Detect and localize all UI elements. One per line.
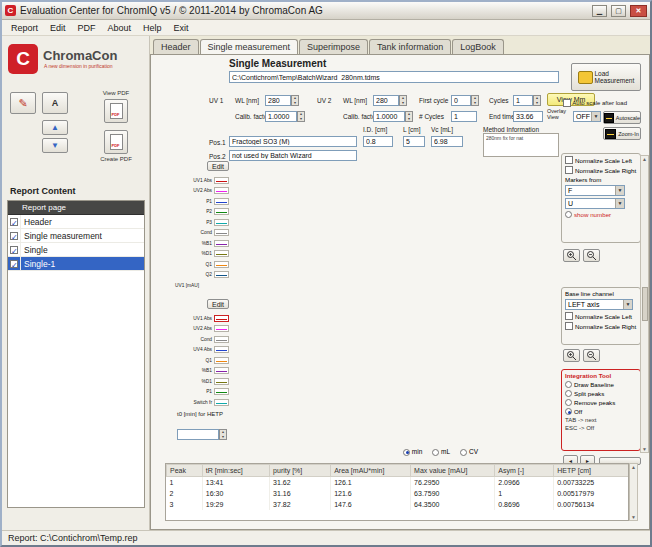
calib2-spinner[interactable]: ▴▾ [405,111,413,122]
tree-item-single-measurement[interactable]: Single measurement [8,229,144,243]
integration-option-remove-peaks[interactable]: Remove peaks [565,399,637,406]
legend-item-p1[interactable]: P1 [175,196,229,207]
scroll-thumb[interactable] [642,287,648,321]
file-path-input[interactable] [229,71,559,83]
baseline-channel-dropdown[interactable]: LEFT axis▼ [565,299,633,310]
text-style-button[interactable]: A [42,92,68,114]
menu-report[interactable]: Report [6,22,43,34]
legend-item-p2[interactable]: P2 [175,207,229,218]
legend-item-uv4-abs[interactable]: UV4 Abs [175,345,229,356]
table-scrollbar[interactable]: ▲▼ [629,463,638,521]
marker-source-dropdown-1[interactable]: F▼ [565,185,625,196]
table-row[interactable]: 216:3031.16121.663.759010.00517979 [167,488,630,499]
menu-pdf[interactable]: PDF [73,22,101,34]
legend-item-cond[interactable]: Cond [175,334,229,345]
tree-item-single-1[interactable]: Single-1 [8,257,144,271]
end-time-input[interactable] [513,111,543,122]
maximize-button[interactable]: ▢ [611,5,626,17]
marker-source-dropdown-2[interactable]: U▼ [565,198,625,209]
unit-radio-cv[interactable]: CV [460,448,478,456]
autoscale-after-load-checkbox[interactable]: Auto scale after load [563,99,627,107]
integration-option-split-peaks[interactable]: Split peaks [565,390,637,397]
t0-input[interactable] [177,429,219,440]
move-up-button[interactable]: ▲ [42,120,68,135]
tree-item-header[interactable]: Header [8,215,144,229]
normalize-right-checkbox[interactable]: Normalize Scale Right [565,166,637,174]
vc-input[interactable] [431,136,463,147]
show-number-radio[interactable]: show number [565,211,637,218]
overlay-view-dropdown[interactable]: OFF▼ [573,111,601,122]
minimize-button[interactable]: ▁ [592,5,607,17]
view-pdf-button[interactable]: PDF [104,99,128,123]
t0-spinner[interactable]: ▴▾ [219,429,227,440]
uv2-wl-spinner[interactable]: ▴▾ [399,95,407,106]
legend-item-switch-fr[interactable]: Switch fr [175,397,229,408]
legend-item--d1[interactable]: %D1 [175,376,229,387]
num-cycles-input[interactable] [451,111,477,122]
zoom-in-button[interactable]: Zoom-In [603,127,641,140]
legend-item--b1[interactable]: %B1 [175,238,229,249]
create-pdf-button[interactable]: PDF [104,130,128,154]
first-cycle-spinner[interactable]: ▴▾ [471,95,479,106]
magnify-plus-button[interactable] [563,249,580,262]
baseline-normalize-right-checkbox[interactable]: Normalize Scale Right [565,322,637,330]
legend-item--d1[interactable]: %D1 [175,249,229,260]
magnify-minus-button-2[interactable] [583,349,600,362]
top-legend-edit-button[interactable]: Edit [207,161,229,171]
cycles-spinner[interactable]: ▴▾ [533,95,541,106]
unit-radio-min[interactable]: min [403,448,422,456]
legend-item-cond[interactable]: Cond [175,228,229,239]
tree-item-single[interactable]: Single [8,243,144,257]
menu-help[interactable]: Help [138,22,167,34]
integration-option-draw-baseline[interactable]: Draw Baseline [565,381,637,388]
uv1-wl-spinner[interactable]: ▴▾ [291,95,299,106]
pos1-input[interactable] [229,136,357,147]
menu-about[interactable]: About [103,22,137,34]
close-button[interactable]: ✕ [630,5,647,17]
calib1-input[interactable] [265,111,297,122]
menu-edit[interactable]: Edit [45,22,71,34]
main-scrollbar[interactable]: ▲▼ [640,155,649,453]
bottom-legend-edit-button[interactable]: Edit [207,299,229,309]
tab-single-measurement[interactable]: Single measurement [200,39,299,55]
checkbox-icon[interactable] [10,260,18,268]
legend-item-uv2-abs[interactable]: UV2 Abs [175,186,229,197]
legend-item-uv1-abs[interactable]: UV1 Abs [175,175,229,186]
magnify-minus-button[interactable] [583,249,600,262]
load-measurement-button[interactable]: Load Measurement [571,63,641,91]
integration-option-off[interactable]: Off [565,408,637,415]
legend-item-uv2-abs[interactable]: UV2 Abs [175,324,229,335]
table-row[interactable]: 319:2937.82147.664.35000.86960.00756134 [167,499,630,510]
legend-item-p1[interactable]: P1 [175,387,229,398]
tab-superimpose[interactable]: Superimpose [299,39,368,55]
checkbox-icon[interactable] [10,218,18,226]
first-cycle-input[interactable] [451,95,471,106]
unit-radio-ml[interactable]: mL [432,448,450,456]
legend-item--b1[interactable]: %B1 [175,366,229,377]
l-input[interactable] [403,136,425,147]
calib1-spinner[interactable]: ▴▾ [297,111,305,122]
legend-item-p3[interactable]: P3 [175,217,229,228]
table-row[interactable]: 113:4131.62126.176.29502.09660.00733225 [167,477,630,488]
legend-item-uv1-abs[interactable]: UV1 Abs [175,313,229,324]
tab-header[interactable]: Header [153,39,199,55]
titlebar[interactable]: C Evaluation Center for ChromIQ v5 / © 2… [2,2,650,20]
legend-item-q1[interactable]: Q1 [175,259,229,270]
id-input[interactable] [363,136,393,147]
cycles-input[interactable] [513,95,533,106]
report-tree-header[interactable]: Report page [8,201,144,215]
tab-tank-information[interactable]: Tank information [369,39,451,55]
edit-report-button[interactable]: ✎ [10,92,36,114]
uv1-wl-input[interactable] [265,95,291,106]
checkbox-icon[interactable] [10,232,18,240]
calib2-input[interactable] [373,111,405,122]
move-down-button[interactable]: ▼ [42,138,68,153]
magnify-plus-button-2[interactable] [563,349,580,362]
legend-item-q2[interactable]: Q2 [175,270,229,281]
checkbox-icon[interactable] [10,246,18,254]
menu-exit[interactable]: Exit [169,22,194,34]
uv2-wl-input[interactable] [373,95,399,106]
baseline-normalize-left-checkbox[interactable]: Normalize Scale Left [565,312,637,320]
autoscale-button[interactable]: Autoscale [603,111,641,124]
tab-logbook[interactable]: LogBook [452,39,504,55]
